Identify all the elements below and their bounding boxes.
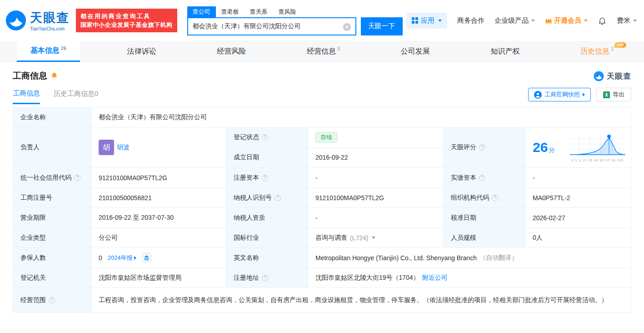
tianyancha-logo-icon bbox=[5, 10, 26, 31]
brand-domain: TianYanCha.com bbox=[30, 26, 70, 31]
tab-label: 基本信息 bbox=[30, 46, 60, 56]
tab-label: 历史信息 bbox=[580, 47, 609, 56]
section-header: 工商信息 天眼查 bbox=[0, 62, 644, 84]
taxpayer-id-label: 纳税人识别号 ? bbox=[226, 188, 308, 208]
tab-count: 3 bbox=[337, 46, 340, 51]
company-page-tabs: 基本信息 26 法律诉讼 经营风险 经营信息 3 公司发展 知识产权 历史信息 … bbox=[0, 41, 644, 62]
paid-capital-label: 实缴资本 ? bbox=[444, 168, 525, 188]
tab-operating-risk[interactable]: 经营风险 bbox=[203, 41, 260, 62]
search-tabs: 查公司 查老板 查关系 查风险 bbox=[187, 6, 403, 17]
annual-report-icon-button[interactable] bbox=[142, 253, 151, 262]
score-unit: 分 bbox=[549, 146, 554, 153]
help-icon[interactable]: ? bbox=[74, 175, 80, 181]
subtab-business-info[interactable]: 工商信息 bbox=[13, 89, 40, 104]
term-value: 2016-09-22 至 2037-07-30 bbox=[91, 208, 226, 228]
help-icon[interactable]: ? bbox=[479, 144, 485, 151]
help-icon[interactable]: ? bbox=[49, 297, 55, 303]
tab-legal-litigation[interactable]: 法律诉讼 bbox=[114, 41, 170, 62]
business-scope-label: 经营范围 ? bbox=[13, 288, 91, 312]
table-row: 工商注册号 210100500056821 纳税人识别号 ? 91210100M… bbox=[13, 188, 631, 208]
staff-size-label: 人员规模 bbox=[444, 228, 525, 248]
promo-badge: 都在用的商业查询工具 国家中小企业发展子基金旗下机构 bbox=[76, 9, 177, 32]
top-right-nav: 应用 商务合作 企业级产品 开通会员 费米 bbox=[406, 13, 637, 29]
org-code-value: MA0P57TL-2 bbox=[525, 188, 631, 208]
tab-count: 26 bbox=[61, 45, 66, 51]
nav-open-vip[interactable]: 开通会员 bbox=[545, 16, 588, 25]
official-snapshot-button[interactable]: 工商官网快照 bbox=[528, 88, 591, 101]
company-name-value: 都会洪业（天津）有限公司沈阳分公司 bbox=[91, 107, 631, 127]
subtab-history-business-info[interactable]: 历史工商信息0 bbox=[54, 90, 98, 103]
nearby-companies-link[interactable]: 附近公司 bbox=[422, 274, 448, 282]
tab-basic-info[interactable]: 基本信息 26 bbox=[17, 41, 80, 62]
table-row: 企业名称 都会洪业（天津）有限公司沈阳分公司 bbox=[13, 107, 631, 127]
business-scope-value: 工程咨询，投资咨询，企业管理及商务信息咨询，公关策划，自有房产出租，商业设施租赁… bbox=[91, 288, 631, 312]
insured-value: 0 2024年报 bbox=[91, 248, 226, 268]
search-tab-relation[interactable]: 查关系 bbox=[245, 6, 273, 17]
chevron-down-icon[interactable] bbox=[372, 237, 375, 239]
score-value[interactable]: 26分 0 1 3 15 55 60 65 97 99 100 bbox=[525, 127, 631, 168]
industry-code: (L724) bbox=[350, 234, 368, 242]
establish-date-label: 成立日期 bbox=[226, 148, 308, 168]
username-label: 费米 bbox=[617, 16, 630, 25]
industry-value[interactable]: 咨询与调查 (L724) bbox=[308, 228, 444, 248]
export-label: 导出 bbox=[613, 91, 624, 99]
export-button[interactable]: 导出 bbox=[596, 88, 631, 101]
help-icon[interactable]: ? bbox=[262, 134, 268, 141]
score-label: 天眼评分 ? bbox=[444, 127, 525, 168]
cooperation-label: 商务合作 bbox=[457, 16, 484, 25]
nav-business-cooperation[interactable]: 商务合作 bbox=[457, 16, 484, 25]
english-name-value: Metropolitan Hongye (Tianjin) Co., Ltd. … bbox=[308, 248, 631, 268]
snapshot-label: 工商官网快照 bbox=[544, 91, 580, 99]
tab-intellectual-property[interactable]: 知识产权 bbox=[477, 41, 533, 62]
reg-no-value: 210100500056821 bbox=[91, 188, 226, 208]
uscc-value: 91210100MA0P57TL2G bbox=[91, 168, 226, 188]
tab-company-development[interactable]: 公司发展 bbox=[387, 41, 444, 62]
table-row: 登记机关 沈阳市皇姑区市场监督管理局 注册地址 ? 沈阳市皇姑区北陵大街19号（… bbox=[13, 268, 631, 288]
promo-line2: 国家中小企业发展子基金旗下机构 bbox=[80, 20, 173, 29]
company-type-label: 企业类型 bbox=[13, 228, 91, 248]
search-input[interactable] bbox=[188, 18, 355, 35]
vip-label: 开通会员 bbox=[554, 16, 581, 25]
annual-report-link[interactable]: 2024年报 bbox=[108, 254, 136, 262]
tab-label: 经营风险 bbox=[217, 47, 246, 56]
score-curve-icon bbox=[569, 133, 626, 158]
insured-label: 参保人数 bbox=[13, 248, 91, 268]
search-tab-risk[interactable]: 查风险 bbox=[273, 6, 302, 17]
clear-icon[interactable] bbox=[343, 23, 351, 31]
watermark-text: 天眼查 bbox=[607, 71, 631, 81]
table-row: 营业期限 2016-09-22 至 2037-07-30 纳税人资质 - 核准日… bbox=[13, 208, 631, 228]
search-input-wrap bbox=[187, 17, 356, 35]
tab-history-info[interactable]: 历史信息 1 VIP bbox=[567, 41, 627, 62]
table-row: 负责人 胡 胡波 登记状态 ? 存续 成立日期 2016-09-22 天眼评分 … bbox=[13, 127, 631, 168]
user-menu[interactable]: 费米 bbox=[617, 16, 637, 25]
notification-bell-icon[interactable] bbox=[598, 16, 607, 25]
table-row: 经营范围 ? 工程咨询，投资咨询，企业管理及商务信息咨询，公关策划，自有房产出租… bbox=[13, 288, 631, 312]
tab-label: 法律诉讼 bbox=[127, 47, 156, 56]
english-name-label: 英文名称 bbox=[226, 248, 308, 268]
help-icon[interactable]: ? bbox=[262, 175, 268, 181]
help-icon[interactable]: ? bbox=[492, 195, 498, 201]
avatar[interactable]: 胡 bbox=[99, 140, 114, 155]
org-code-label: 组织机构代码 ? bbox=[444, 188, 525, 208]
legal-rep-label: 负责人 bbox=[13, 127, 91, 168]
apps-menu[interactable]: 应用 bbox=[406, 13, 447, 29]
top-header: 天眼查 TianYanCha.com 都在用的商业查询工具 国家中小企业发展子基… bbox=[0, 0, 644, 41]
taxpayer-id-value: 91210100MA0P57TL2G bbox=[308, 188, 444, 208]
tab-label: 知识产权 bbox=[490, 47, 519, 56]
help-icon[interactable]: ? bbox=[262, 275, 268, 281]
enterprise-label: 企业级产品 bbox=[494, 16, 529, 25]
apps-grid-icon bbox=[412, 17, 418, 24]
subscribe-bell-icon[interactable] bbox=[50, 72, 58, 80]
search-button[interactable]: 天眼一下 bbox=[361, 17, 403, 35]
search-tab-boss[interactable]: 查老板 bbox=[216, 6, 245, 17]
legal-rep-link[interactable]: 胡波 bbox=[117, 143, 130, 151]
search-area: 查公司 查老板 查关系 查风险 天眼一下 bbox=[187, 6, 403, 35]
nav-enterprise-products[interactable]: 企业级产品 bbox=[494, 16, 535, 25]
help-icon[interactable]: ? bbox=[275, 195, 281, 201]
tab-operating-info[interactable]: 经营信息 3 bbox=[293, 41, 354, 62]
search-tab-company[interactable]: 查公司 bbox=[187, 6, 216, 17]
help-icon[interactable]: ? bbox=[479, 175, 485, 181]
tianyancha-logo[interactable]: 天眼查 TianYanCha.com bbox=[5, 10, 70, 31]
status-badge: 存续 bbox=[315, 132, 337, 143]
chevron-down-icon bbox=[438, 20, 442, 22]
